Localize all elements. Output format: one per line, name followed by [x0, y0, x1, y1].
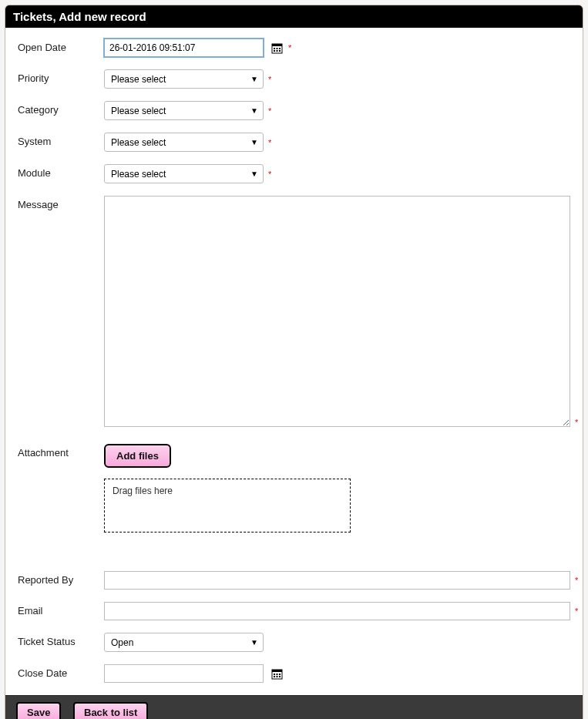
chevron-down-icon: ▼: [250, 638, 258, 647]
required-marker: *: [268, 138, 271, 147]
required-marker: *: [268, 75, 271, 84]
required-marker: *: [288, 43, 291, 52]
chevron-down-icon: ▼: [250, 75, 258, 83]
module-label: Module: [18, 164, 104, 179]
system-label: System: [18, 133, 104, 147]
svg-rect-11: [276, 674, 277, 675]
ticket-status-select[interactable]: Open ▼: [104, 633, 264, 652]
category-select[interactable]: Please select ▼: [104, 101, 264, 120]
svg-rect-7: [279, 50, 281, 52]
ticket-status-label: Ticket Status: [18, 633, 104, 647]
reported-by-input[interactable]: [104, 571, 570, 590]
open-date-label: Open Date: [18, 39, 104, 53]
required-marker: *: [575, 606, 578, 616]
message-textarea[interactable]: [104, 196, 570, 427]
message-label: Message: [18, 196, 104, 210]
system-select[interactable]: Please select ▼: [104, 133, 264, 152]
email-input[interactable]: [104, 602, 570, 620]
file-dropzone[interactable]: Drag files here: [104, 479, 351, 533]
save-button[interactable]: Save: [16, 702, 61, 719]
svg-rect-15: [279, 676, 281, 677]
svg-rect-13: [274, 676, 275, 677]
calendar-icon[interactable]: [270, 41, 284, 55]
svg-rect-9: [272, 670, 282, 672]
system-select-value: Please select: [111, 137, 166, 148]
chevron-down-icon: ▼: [250, 170, 258, 178]
calendar-icon[interactable]: [270, 667, 284, 680]
email-label: Email: [18, 602, 104, 617]
svg-rect-2: [274, 48, 275, 49]
svg-rect-3: [276, 48, 277, 49]
module-select[interactable]: Please select ▼: [104, 164, 264, 183]
svg-rect-5: [274, 50, 275, 52]
module-select-value: Please select: [111, 169, 166, 180]
svg-rect-12: [279, 674, 281, 675]
back-to-list-button[interactable]: Back to list: [73, 702, 148, 719]
priority-label: Priority: [18, 69, 104, 84]
svg-rect-1: [272, 44, 282, 46]
open-date-input[interactable]: [104, 39, 264, 57]
tickets-add-panel: Tickets, Add new record Open Date * Prio…: [5, 5, 583, 719]
required-marker: *: [575, 576, 578, 585]
category-label: Category: [18, 101, 104, 116]
svg-rect-14: [276, 676, 277, 677]
form-body: Open Date * Priority Please select ▼ *: [5, 28, 583, 695]
priority-select-value: Please select: [111, 74, 166, 85]
svg-rect-4: [279, 48, 281, 49]
ticket-status-select-value: Open: [111, 637, 133, 648]
panel-title: Tickets, Add new record: [5, 5, 583, 28]
required-marker: *: [268, 106, 271, 116]
priority-select[interactable]: Please select ▼: [104, 69, 264, 89]
svg-rect-6: [276, 50, 277, 52]
dropzone-text: Drag files here: [113, 485, 173, 496]
form-footer: Save Back to list: [5, 695, 583, 719]
close-date-label: Close Date: [18, 664, 104, 679]
chevron-down-icon: ▼: [250, 106, 258, 115]
add-files-button[interactable]: Add files: [104, 444, 171, 468]
category-select-value: Please select: [111, 106, 166, 116]
required-marker: *: [575, 418, 578, 427]
required-marker: *: [268, 170, 271, 179]
close-date-input[interactable]: [104, 664, 264, 683]
chevron-down-icon: ▼: [250, 138, 258, 146]
reported-by-label: Reported By: [18, 571, 104, 586]
svg-rect-10: [274, 674, 275, 675]
attachment-label: Attachment: [18, 444, 104, 459]
